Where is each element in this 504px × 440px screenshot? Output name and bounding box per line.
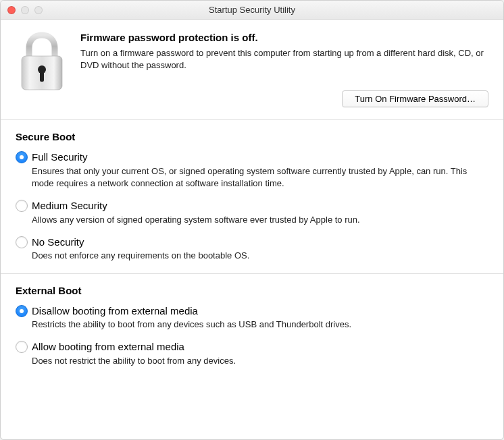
radio-label: Full Security <box>32 150 488 164</box>
radio-description: Restricts the ability to boot from any d… <box>32 319 488 331</box>
radio-label: Medium Security <box>32 199 488 213</box>
radio-description: Ensures that only your current OS, or si… <box>32 165 488 190</box>
radio-description: Does not restrict the ability to boot fr… <box>32 355 488 367</box>
external-boot-option-disallow[interactable]: Disallow booting from external media Res… <box>16 304 488 331</box>
turn-on-firmware-password-button[interactable]: Turn On Firmware Password… <box>342 90 488 107</box>
window-title: Startup Security Utility <box>1 5 503 15</box>
startup-security-utility-window: Startup Security Utility <box>0 0 504 440</box>
secure-boot-section: Secure Boot Full Security Ensures that o… <box>1 120 503 273</box>
radio-description: Allows any version of signed operating s… <box>32 214 488 226</box>
external-boot-title: External Boot <box>16 285 488 296</box>
radio-icon[interactable] <box>16 305 28 317</box>
radio-description: Does not enforce any requirements on the… <box>32 250 488 262</box>
secure-boot-title: Secure Boot <box>16 131 488 142</box>
radio-label: Disallow booting from external media <box>32 304 488 318</box>
traffic-lights <box>1 6 43 14</box>
radio-icon[interactable] <box>16 341 28 353</box>
lock-icon <box>16 32 68 107</box>
minimize-icon <box>21 6 29 14</box>
secure-boot-option-no-security[interactable]: No Security Does not enforce any require… <box>16 236 488 263</box>
radio-icon[interactable] <box>16 151 28 163</box>
titlebar: Startup Security Utility <box>1 1 503 20</box>
svg-rect-2 <box>40 71 44 82</box>
secure-boot-option-full-security[interactable]: Full Security Ensures that only your cur… <box>16 150 488 190</box>
external-boot-option-allow[interactable]: Allow booting from external media Does n… <box>16 340 488 367</box>
radio-icon[interactable] <box>16 200 28 212</box>
zoom-icon <box>34 6 43 14</box>
close-icon[interactable] <box>7 6 16 14</box>
external-boot-section: External Boot Disallow booting from exte… <box>1 274 503 378</box>
firmware-password-description: Turn on a firmware password to prevent t… <box>80 47 488 72</box>
secure-boot-option-medium-security[interactable]: Medium Security Allows any version of si… <box>16 199 488 226</box>
firmware-password-heading: Firmware password protection is off. <box>80 32 488 43</box>
firmware-password-section: Firmware password protection is off. Tur… <box>1 20 503 120</box>
radio-icon[interactable] <box>16 236 28 248</box>
radio-label: Allow booting from external media <box>32 340 488 354</box>
radio-label: No Security <box>32 236 488 249</box>
